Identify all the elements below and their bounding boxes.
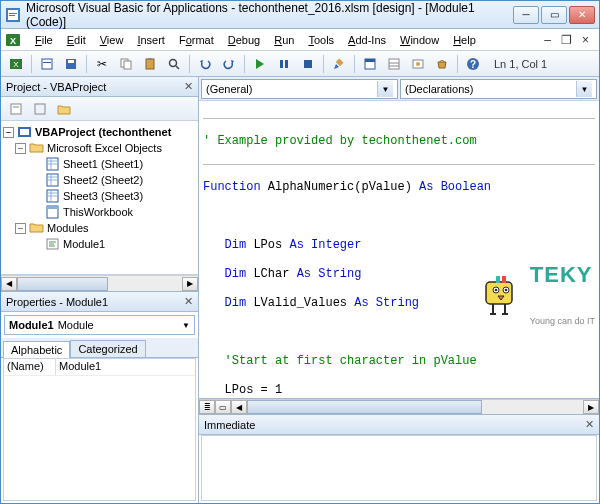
object-browser-button[interactable] [407,53,429,75]
vba-icon [5,7,21,23]
tab-alphabetic[interactable]: Alphabetic [3,341,70,358]
svg-rect-15 [148,58,152,60]
scroll-track[interactable] [247,400,583,414]
cursor-position: Ln 1, Col 1 [494,58,547,70]
view-object-button[interactable] [29,98,51,120]
minimize-button[interactable]: ─ [513,6,539,24]
scroll-track[interactable] [17,277,182,291]
svg-rect-9 [43,62,51,63]
undo-button[interactable] [194,53,216,75]
tree-item-label: Sheet1 (Sheet1) [63,158,143,170]
scroll-left-icon[interactable]: ◀ [1,277,17,291]
paste-button[interactable] [139,53,161,75]
immediate-close[interactable]: ✕ [585,418,594,431]
project-panel-close[interactable]: ✕ [184,80,193,93]
property-key: (Name) [4,359,56,375]
view-code-button[interactable] [5,98,27,120]
sep [354,55,355,73]
svg-point-16 [170,59,177,66]
folder-icon [29,221,44,235]
collapse-icon[interactable]: – [15,223,26,234]
menu-edit[interactable]: Edit [61,32,92,48]
design-mode-button[interactable] [328,53,350,75]
code-hscroll[interactable]: ≣ ▭ ◀ ▶ [199,399,599,415]
tree-thisworkbook[interactable]: ThisWorkbook [3,204,196,220]
object-combo[interactable]: (General) ▼ [201,79,398,99]
view-excel-button[interactable]: X [5,53,27,75]
properties-grid[interactable]: (Name) Module1 [3,358,196,501]
help-button[interactable]: ? [462,53,484,75]
properties-close[interactable]: ✕ [184,295,193,308]
find-button[interactable] [163,53,185,75]
insert-button[interactable] [36,53,58,75]
menu-addins[interactable]: Add-Ins [342,32,392,48]
close-button[interactable]: ✕ [569,6,595,24]
maximize-button[interactable]: ▭ [541,6,567,24]
cut-button[interactable]: ✂ [91,53,113,75]
scroll-thumb[interactable] [17,277,108,291]
menu-file[interactable]: File [29,32,59,48]
left-column: Project - VBAProject ✕ – VBAProject (tec… [1,77,199,503]
full-module-view-icon[interactable]: ▭ [215,400,231,414]
dropdown-icon[interactable]: ▼ [377,81,393,97]
tree-hscroll[interactable]: ◀ ▶ [1,275,198,291]
mdi-close[interactable]: × [582,33,589,47]
tree-module1[interactable]: Module1 [3,236,196,252]
svg-text:X: X [13,60,19,69]
menu-tools[interactable]: Tools [302,32,340,48]
break-button[interactable] [273,53,295,75]
menu-run[interactable]: Run [268,32,300,48]
mdi-restore[interactable]: ❐ [561,33,572,47]
mdi-controls: – ❐ × [544,33,595,47]
scroll-left-icon[interactable]: ◀ [231,400,247,414]
scroll-thumb[interactable] [247,400,482,414]
folder-toggle-button[interactable] [53,98,75,120]
scroll-right-icon[interactable]: ▶ [182,277,198,291]
svg-point-55 [493,287,499,293]
property-row[interactable]: (Name) Module1 [4,359,195,376]
redo-button[interactable] [218,53,240,75]
tree-sheet2[interactable]: Sheet2 (Sheet2) [3,172,196,188]
menu-view[interactable]: View [94,32,130,48]
run-button[interactable] [249,53,271,75]
properties-label: Properties - Module1 [6,296,108,308]
tab-categorized[interactable]: Categorized [70,340,145,357]
code-editor[interactable]: ' Example provided by techonthenet.com F… [199,101,599,398]
dropdown-icon[interactable]: ▼ [576,81,592,97]
code-header: (General) ▼ (Declarations) ▼ [199,77,599,101]
menu-window[interactable]: Window [394,32,445,48]
svg-rect-24 [389,59,399,69]
menu-insert[interactable]: Insert [131,32,171,48]
copy-button[interactable] [115,53,137,75]
collapse-icon[interactable]: – [3,127,14,138]
code-kw: Dim [225,238,247,252]
menu-help[interactable]: Help [447,32,482,48]
tree-sheet1[interactable]: Sheet1 (Sheet1) [3,156,196,172]
titlebar: Microsoft Visual Basic for Applications … [1,1,599,29]
properties-button[interactable] [383,53,405,75]
menu-debug[interactable]: Debug [222,32,266,48]
code-text: LChar [246,267,296,281]
property-value[interactable]: Module1 [56,359,195,375]
mdi-minimize[interactable]: – [544,33,551,47]
toolbox-button[interactable] [431,53,453,75]
reset-button[interactable] [297,53,319,75]
tree-folder-excel-objects[interactable]: – Microsoft Excel Objects [3,140,196,156]
save-button[interactable] [60,53,82,75]
svg-line-17 [176,66,179,69]
procedure-view-icon[interactable]: ≣ [199,400,215,414]
project-tree[interactable]: – VBAProject (techonthenet – Microsoft E… [1,121,198,275]
procedure-combo[interactable]: (Declarations) ▼ [400,79,597,99]
object-selector[interactable]: Module1 Module ▼ [4,315,195,335]
excel-icon: X [5,32,21,48]
collapse-icon[interactable]: – [15,143,26,154]
tree-folder-modules[interactable]: – Modules [3,220,196,236]
project-explorer-button[interactable] [359,53,381,75]
tree-root[interactable]: – VBAProject (techonthenet [3,124,196,140]
sep [457,55,458,73]
scroll-right-icon[interactable]: ▶ [583,400,599,414]
tree-sheet3[interactable]: Sheet3 (Sheet3) [3,188,196,204]
menu-format[interactable]: Format [173,32,220,48]
immediate-body[interactable] [201,435,597,501]
project-icon [17,125,32,139]
